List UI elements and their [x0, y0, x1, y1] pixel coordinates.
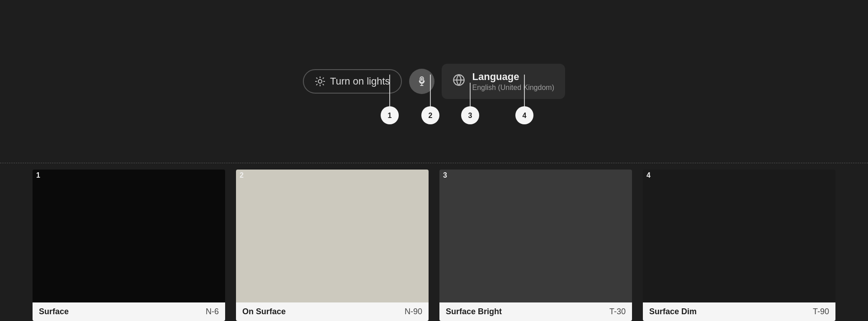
svg-point-18 [421, 106, 439, 124]
language-info: Language English (United Kingdom) [472, 71, 554, 92]
svg-text:4: 4 [523, 112, 527, 119]
svg-point-0 [318, 80, 322, 83]
swatch-3-number: 3 [439, 170, 451, 181]
swatch-3-code: T-30 [609, 307, 626, 316]
swatch-2-color [236, 170, 429, 302]
swatch-1-label: Surface N-6 [33, 302, 225, 321]
svg-point-16 [381, 106, 399, 124]
swatch-4-name: Surface Dim [649, 307, 697, 316]
top-section: Turn on lights Language English (United … [0, 0, 868, 163]
swatch-2-label: On Surface N-90 [236, 302, 429, 321]
svg-line-3 [316, 78, 317, 78]
swatch-4-number: 4 [643, 170, 654, 181]
swatch-surface: 1 Surface N-6 [33, 170, 225, 321]
swatch-surface-dim: 4 Surface Dim T-90 [643, 170, 835, 321]
svg-line-7 [316, 84, 317, 85]
swatch-1-number: 1 [33, 170, 44, 181]
language-subtitle: English (United Kingdom) [472, 84, 554, 92]
swatch-surface-bright: 3 Surface Bright T-30 [439, 170, 632, 321]
svg-rect-9 [421, 78, 423, 81]
swatch-3-name: Surface Bright [446, 307, 502, 316]
swatch-1-name: Surface [39, 307, 69, 316]
swatch-2-code: N-90 [405, 307, 422, 316]
svg-point-20 [461, 106, 479, 124]
svg-line-4 [323, 84, 323, 85]
sun-icon [315, 76, 326, 87]
language-title: Language [472, 71, 554, 83]
mic-icon [417, 76, 427, 86]
swatch-4-label: Surface Dim T-90 [643, 302, 835, 321]
swatch-on-surface: 2 On Surface N-90 [236, 170, 429, 321]
globe-icon [453, 74, 465, 89]
swatch-3-label: Surface Bright T-30 [439, 302, 632, 321]
swatch-4-color [643, 170, 835, 302]
swatch-1-color [33, 170, 225, 302]
language-card: Language English (United Kingdom) [442, 64, 565, 99]
svg-point-22 [515, 106, 533, 124]
svg-text:2: 2 [429, 112, 433, 119]
color-swatches-section: 1 Surface N-6 2 On Surface N-90 3 Surfac… [0, 170, 868, 321]
swatch-2-number: 2 [236, 170, 247, 181]
mic-button[interactable] [409, 69, 434, 94]
swatch-2-name: On Surface [242, 307, 286, 316]
swatch-1-code: N-6 [206, 307, 219, 316]
button-label: Turn on lights [330, 76, 390, 87]
swatch-3-color [439, 170, 632, 302]
svg-line-8 [323, 78, 323, 78]
svg-text:3: 3 [468, 112, 472, 119]
svg-text:1: 1 [388, 112, 392, 119]
section-divider [0, 163, 868, 163]
swatch-4-code: T-90 [813, 307, 829, 316]
turn-on-lights-button[interactable]: Turn on lights [303, 69, 401, 94]
